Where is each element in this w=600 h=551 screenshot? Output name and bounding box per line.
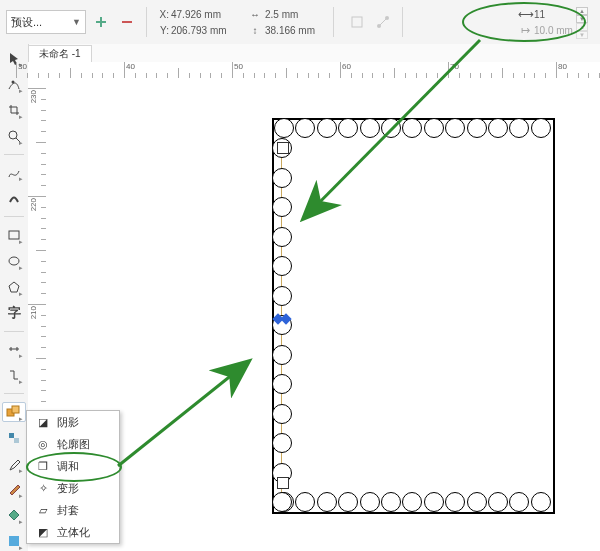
loop-blend-button[interactable] bbox=[346, 11, 368, 33]
rectangle-tool[interactable]: ▸ bbox=[2, 225, 26, 245]
fill-tool[interactable]: ▸ bbox=[2, 505, 26, 525]
y-label: Y: bbox=[155, 25, 169, 36]
blend-steps-block: ⟷ 11 ▲▼ ↦ 10.0 mm ▲▼ bbox=[518, 4, 588, 40]
interactive-fill-tool[interactable]: ▸ bbox=[2, 531, 26, 551]
width-value: 2.5 mm bbox=[265, 9, 325, 20]
width-icon: ↔ bbox=[249, 9, 261, 20]
svg-point-3 bbox=[12, 80, 15, 83]
freehand-tool[interactable]: ▸ bbox=[2, 162, 26, 182]
blend-circle bbox=[467, 118, 487, 138]
spacing-icon: ↦ bbox=[518, 24, 532, 37]
blend-circle bbox=[531, 492, 551, 512]
blend-end-handle[interactable] bbox=[277, 142, 289, 154]
horizontal-ruler[interactable]: 304050607080 bbox=[46, 62, 600, 79]
blend-circle bbox=[272, 374, 292, 394]
blend-circle bbox=[272, 286, 292, 306]
distort-icon: ✧ bbox=[35, 480, 51, 496]
svg-rect-8 bbox=[12, 406, 19, 413]
svg-rect-10 bbox=[14, 438, 19, 443]
ellipse-tool[interactable]: ▸ bbox=[2, 251, 26, 271]
document-tab-label: 未命名 -1 bbox=[39, 47, 81, 61]
toolbox-separator bbox=[4, 393, 24, 394]
spacing-spinner[interactable]: ▲▼ bbox=[576, 23, 588, 37]
document-strip: 未命名 -1 bbox=[28, 44, 600, 63]
flyout-item-distort[interactable]: ✧变形 bbox=[27, 477, 119, 499]
document-tab[interactable]: 未命名 -1 bbox=[28, 45, 92, 62]
blend-circle bbox=[488, 492, 508, 512]
height-icon: ↕ bbox=[249, 25, 261, 36]
svg-rect-11 bbox=[9, 536, 19, 546]
text-tool[interactable]: 字 bbox=[2, 303, 26, 323]
shadow-icon: ◪ bbox=[35, 414, 51, 430]
svg-rect-0 bbox=[352, 17, 362, 27]
polygon-tool[interactable]: ▸ bbox=[2, 277, 26, 297]
flyout-label: 阴影 bbox=[57, 415, 79, 430]
blend-accel-handle[interactable] bbox=[274, 312, 290, 326]
blend-circle bbox=[360, 118, 380, 138]
blend-circle bbox=[272, 345, 292, 365]
outline-pen-tool[interactable]: ▸ bbox=[2, 480, 26, 500]
separator bbox=[146, 7, 147, 37]
svg-rect-5 bbox=[9, 231, 19, 239]
x-value: 47.926 mm bbox=[171, 9, 243, 20]
flyout-item-shadow[interactable]: ◪阴影 bbox=[27, 411, 119, 433]
shape-tool[interactable]: ▸ bbox=[2, 74, 26, 94]
extrude-icon: ◩ bbox=[35, 524, 51, 540]
toolbox-separator bbox=[4, 154, 24, 155]
blend-tool[interactable]: ▸ bbox=[2, 402, 26, 422]
blend-circle bbox=[272, 197, 292, 217]
drawing-canvas[interactable]: /*placeholder*/ bbox=[46, 78, 600, 551]
chevron-down-icon: ▼ bbox=[72, 17, 81, 27]
height-value: 38.166 mm bbox=[265, 25, 325, 36]
add-preset-button[interactable] bbox=[90, 11, 112, 33]
svg-point-6 bbox=[9, 257, 19, 265]
flyout-label: 轮廓图 bbox=[57, 437, 90, 452]
toolbox-separator bbox=[4, 216, 24, 217]
presets-label: 预设... bbox=[11, 15, 42, 30]
svg-point-2 bbox=[385, 16, 389, 20]
connector-tool[interactable]: ▸ bbox=[2, 365, 26, 385]
blend-circle bbox=[424, 492, 444, 512]
blend-circle bbox=[272, 256, 292, 276]
spacing-input[interactable]: 10.0 mm bbox=[534, 25, 574, 36]
envelope-icon: ▱ bbox=[35, 502, 51, 518]
steps-icon: ⟷ bbox=[518, 8, 532, 21]
parallel-dimension-tool[interactable]: ▸ bbox=[2, 339, 26, 359]
flyout-item-contour[interactable]: ◎轮廓图 bbox=[27, 433, 119, 455]
blend-circle bbox=[531, 118, 551, 138]
blend-circle bbox=[317, 118, 337, 138]
flyout-item-blend[interactable]: ❐调和 bbox=[27, 455, 119, 477]
blend-circle bbox=[272, 433, 292, 453]
remove-preset-button[interactable] bbox=[116, 11, 138, 33]
eyedropper-tool[interactable]: ▸ bbox=[2, 454, 26, 474]
svg-rect-9 bbox=[9, 433, 14, 438]
separator bbox=[402, 7, 403, 37]
contour-icon: ◎ bbox=[35, 436, 51, 452]
x-label: X: bbox=[155, 9, 169, 20]
transparency-tool[interactable] bbox=[2, 428, 26, 448]
blend-circle bbox=[272, 492, 292, 512]
artistic-media-tool[interactable] bbox=[2, 188, 26, 208]
blend-circle bbox=[488, 118, 508, 138]
position-readout: X:47.926 mm Y:206.793 mm bbox=[155, 2, 243, 42]
flyout-label: 变形 bbox=[57, 481, 79, 496]
zoom-tool[interactable]: ▸ bbox=[2, 126, 26, 146]
svg-point-4 bbox=[9, 131, 17, 139]
crop-tool[interactable]: ▸ bbox=[2, 100, 26, 120]
flyout-item-extrude[interactable]: ◩立体化 bbox=[27, 521, 119, 543]
page-rectangle bbox=[272, 118, 555, 514]
blend-circle bbox=[274, 118, 294, 138]
effects-flyout: ◪阴影 ◎轮廓图 ❐调和 ✧变形 ▱封套 ◩立体化 bbox=[26, 410, 120, 544]
steps-input[interactable]: 11 bbox=[534, 9, 574, 20]
direct-blend-button[interactable] bbox=[372, 11, 394, 33]
property-bar: 预设... ▼ X:47.926 mm Y:206.793 mm ↔2.5 mm… bbox=[0, 0, 600, 45]
steps-spinner[interactable]: ▲▼ bbox=[576, 7, 588, 21]
blend-end-handle[interactable] bbox=[277, 477, 289, 489]
presets-dropdown[interactable]: 预设... ▼ bbox=[6, 10, 86, 34]
blend-circle bbox=[317, 492, 337, 512]
blend-circle bbox=[272, 168, 292, 188]
separator bbox=[333, 7, 334, 37]
flyout-label: 封套 bbox=[57, 503, 79, 518]
svg-point-1 bbox=[377, 24, 381, 28]
flyout-item-envelope[interactable]: ▱封套 bbox=[27, 499, 119, 521]
